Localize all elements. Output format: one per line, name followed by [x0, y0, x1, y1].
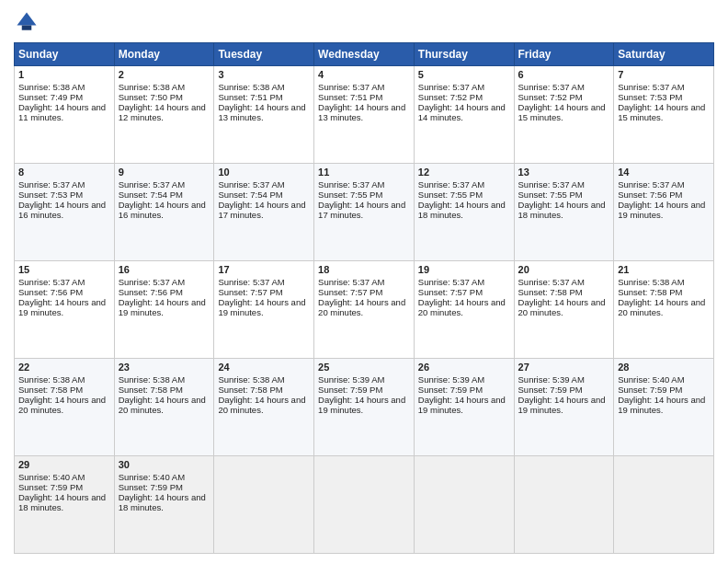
- sunset: Sunset: 7:59 PM: [18, 482, 83, 492]
- sunrise: Sunrise: 5:38 AM: [119, 374, 185, 385]
- day-cell: 30Sunrise: 5:40 AMSunset: 7:59 PMDayligh…: [114, 456, 214, 554]
- weekday-thursday: Thursday: [414, 43, 514, 66]
- daylight: Daylight: 14 hours and 18 minutes.: [119, 492, 206, 512]
- sunrise: Sunrise: 5:38 AM: [18, 374, 85, 385]
- daylight: Daylight: 14 hours and 19 minutes.: [119, 297, 206, 317]
- daylight: Daylight: 14 hours and 19 minutes.: [518, 395, 606, 415]
- day-cell: 23Sunrise: 5:38 AMSunset: 7:58 PMDayligh…: [114, 359, 214, 456]
- daylight: Daylight: 14 hours and 20 minutes.: [318, 297, 405, 317]
- day-number: 22: [18, 362, 110, 373]
- sunrise: Sunrise: 5:40 AM: [618, 374, 684, 385]
- sunset: Sunset: 7:56 PM: [119, 287, 183, 297]
- daylight: Daylight: 14 hours and 15 minutes.: [618, 102, 705, 122]
- day-number: 10: [218, 167, 310, 178]
- daylight: Daylight: 14 hours and 19 minutes.: [18, 297, 106, 317]
- sunset: Sunset: 7:59 PM: [119, 482, 183, 492]
- day-cell: [214, 456, 314, 554]
- sunrise: Sunrise: 5:37 AM: [119, 179, 185, 190]
- day-number: 26: [418, 362, 510, 373]
- daylight: Daylight: 14 hours and 19 minutes.: [318, 395, 405, 415]
- weekday-header-row: SundayMondayTuesdayWednesdayThursdayFrid…: [15, 43, 714, 66]
- weekday-wednesday: Wednesday: [314, 43, 415, 66]
- daylight: Daylight: 14 hours and 11 minutes.: [18, 102, 106, 122]
- sunrise: Sunrise: 5:37 AM: [518, 82, 585, 92]
- day-number: 25: [318, 362, 410, 373]
- day-cell: 14Sunrise: 5:37 AMSunset: 7:56 PMDayligh…: [614, 164, 714, 261]
- day-number: 5: [418, 69, 510, 80]
- sunrise: Sunrise: 5:37 AM: [518, 277, 585, 287]
- sunset: Sunset: 7:54 PM: [218, 190, 282, 200]
- day-cell: 6Sunrise: 5:37 AMSunset: 7:52 PMDaylight…: [514, 66, 614, 164]
- sunrise: Sunrise: 5:37 AM: [218, 179, 284, 190]
- day-cell: 2Sunrise: 5:38 AMSunset: 7:50 PMDaylight…: [114, 66, 214, 164]
- sunset: Sunset: 7:59 PM: [518, 385, 583, 395]
- day-cell: 20Sunrise: 5:37 AMSunset: 7:58 PMDayligh…: [514, 261, 614, 359]
- daylight: Daylight: 14 hours and 20 minutes.: [618, 297, 705, 317]
- day-cell: [414, 456, 514, 554]
- sunset: Sunset: 7:59 PM: [618, 385, 682, 395]
- day-cell: 4Sunrise: 5:37 AMSunset: 7:51 PMDaylight…: [314, 66, 415, 164]
- sunrise: Sunrise: 5:39 AM: [318, 374, 384, 385]
- sunset: Sunset: 7:56 PM: [618, 190, 682, 200]
- logo: [14, 9, 43, 35]
- day-number: 16: [119, 264, 210, 275]
- sunset: Sunset: 7:53 PM: [18, 190, 83, 200]
- daylight: Daylight: 14 hours and 18 minutes.: [518, 200, 606, 220]
- day-cell: 17Sunrise: 5:37 AMSunset: 7:57 PMDayligh…: [214, 261, 314, 359]
- day-cell: 29Sunrise: 5:40 AMSunset: 7:59 PMDayligh…: [15, 456, 115, 554]
- sunset: Sunset: 7:58 PM: [18, 385, 83, 395]
- day-cell: 11Sunrise: 5:37 AMSunset: 7:55 PMDayligh…: [314, 164, 415, 261]
- sunrise: Sunrise: 5:38 AM: [218, 82, 284, 92]
- sunrise: Sunrise: 5:40 AM: [119, 472, 185, 482]
- sunrise: Sunrise: 5:38 AM: [618, 277, 684, 287]
- weekday-friday: Friday: [514, 43, 614, 66]
- daylight: Daylight: 14 hours and 18 minutes.: [18, 492, 106, 512]
- weekday-monday: Monday: [114, 43, 214, 66]
- daylight: Daylight: 14 hours and 19 minutes.: [218, 297, 305, 317]
- day-number: 2: [119, 69, 210, 80]
- sunrise: Sunrise: 5:37 AM: [418, 277, 484, 287]
- day-number: 18: [318, 264, 410, 275]
- day-number: 21: [618, 264, 710, 275]
- week-row-5: 29Sunrise: 5:40 AMSunset: 7:59 PMDayligh…: [15, 456, 714, 554]
- day-cell: 26Sunrise: 5:39 AMSunset: 7:59 PMDayligh…: [414, 359, 514, 456]
- sunset: Sunset: 7:53 PM: [618, 92, 682, 102]
- sunrise: Sunrise: 5:37 AM: [218, 277, 284, 287]
- day-number: 9: [119, 167, 210, 178]
- day-number: 24: [218, 362, 310, 373]
- day-cell: 7Sunrise: 5:37 AMSunset: 7:53 PMDaylight…: [614, 66, 714, 164]
- day-number: 1: [18, 69, 110, 80]
- day-cell: [514, 456, 614, 554]
- sunrise: Sunrise: 5:37 AM: [518, 179, 585, 190]
- sunrise: Sunrise: 5:40 AM: [18, 472, 85, 482]
- calendar-table: SundayMondayTuesdayWednesdayThursdayFrid…: [14, 42, 714, 554]
- day-cell: 3Sunrise: 5:38 AMSunset: 7:51 PMDaylight…: [214, 66, 314, 164]
- sunset: Sunset: 7:58 PM: [218, 385, 282, 395]
- sunrise: Sunrise: 5:38 AM: [218, 374, 284, 385]
- day-cell: [614, 456, 714, 554]
- day-number: 17: [218, 264, 310, 275]
- day-number: 15: [18, 264, 110, 275]
- day-number: 6: [518, 69, 610, 80]
- page: SundayMondayTuesdayWednesdayThursdayFrid…: [0, 0, 728, 563]
- sunrise: Sunrise: 5:37 AM: [618, 82, 684, 92]
- sunset: Sunset: 7:56 PM: [18, 287, 83, 297]
- daylight: Daylight: 14 hours and 18 minutes.: [418, 200, 506, 220]
- weekday-saturday: Saturday: [614, 43, 714, 66]
- daylight: Daylight: 14 hours and 17 minutes.: [318, 200, 405, 220]
- daylight: Daylight: 14 hours and 20 minutes.: [418, 297, 506, 317]
- day-number: 7: [618, 69, 710, 80]
- day-number: 19: [418, 264, 510, 275]
- day-cell: 15Sunrise: 5:37 AMSunset: 7:56 PMDayligh…: [15, 261, 115, 359]
- svg-rect-1: [22, 26, 32, 30]
- day-number: 3: [218, 69, 310, 80]
- sunrise: Sunrise: 5:37 AM: [418, 179, 484, 190]
- day-cell: 1Sunrise: 5:38 AMSunset: 7:49 PMDaylight…: [15, 66, 115, 164]
- sunrise: Sunrise: 5:37 AM: [318, 277, 384, 287]
- day-number: 8: [18, 167, 110, 178]
- day-cell: 19Sunrise: 5:37 AMSunset: 7:57 PMDayligh…: [414, 261, 514, 359]
- day-number: 12: [418, 167, 510, 178]
- sunset: Sunset: 7:54 PM: [119, 190, 183, 200]
- sunrise: Sunrise: 5:38 AM: [119, 82, 185, 92]
- sunrise: Sunrise: 5:37 AM: [318, 179, 384, 190]
